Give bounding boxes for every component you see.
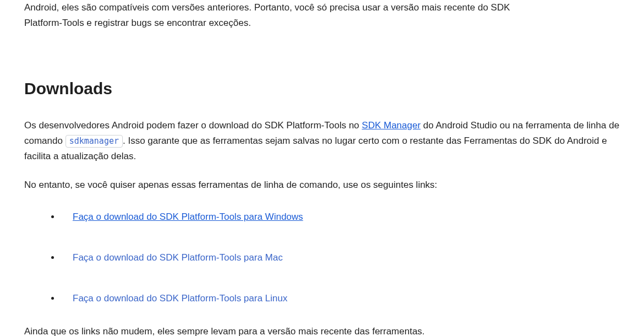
download-links-list: Faça o download do SDK Platform-Tools pa… [24,209,620,306]
download-linux-link[interactable]: Faça o download do SDK Platform-Tools pa… [73,293,287,304]
list-item: Faça o download do SDK Platform-Tools pa… [61,291,620,306]
intro-fragment-line1: Android, eles são compatíveis com versõe… [24,2,510,13]
download-mac-link[interactable]: Faça o download do SDK Platform-Tools pa… [73,252,283,263]
list-item: Faça o download do SDK Platform-Tools pa… [61,209,620,225]
sdkmanager-code: sdkmanager [66,135,123,148]
intro-fragment-line2: Platform-Tools e registrar bugs se encon… [24,18,251,28]
download-windows-link[interactable]: Faça o download do SDK Platform-Tools pa… [73,212,303,222]
sdk-manager-link[interactable]: SDK Manager [362,120,421,131]
downloads-para-2: No entanto, se você quiser apenas essas … [24,177,620,193]
downloads-para-1-pre: Os desenvolvedores Android podem fazer o… [24,120,362,131]
downloads-heading: Downloads [24,75,620,102]
downloads-footer: Ainda que os links não mudem, eles sempr… [24,324,620,336]
list-item: Faça o download do SDK Platform-Tools pa… [61,250,620,265]
intro-fragment: Android, eles são compatíveis com versõe… [24,0,620,31]
downloads-para-1: Os desenvolvedores Android podem fazer o… [24,118,620,164]
